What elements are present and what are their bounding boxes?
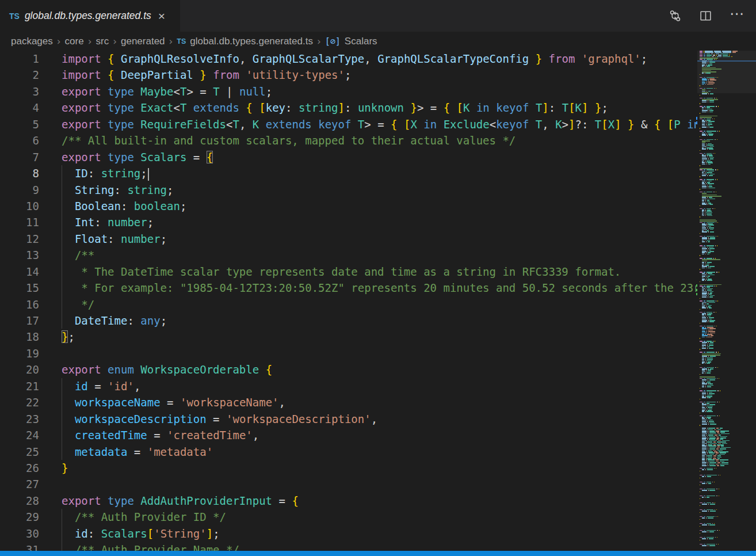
code-line[interactable]: 8 ID: string; [0,165,696,181]
line-number: 28 [0,493,39,509]
minimap-row [700,504,715,505]
status-bar [0,551,756,556]
breadcrumb-item-symbol-scalars[interactable]: Scalars [345,36,377,47]
indent-guide [62,198,62,214]
indent-guide [62,394,62,410]
code-line[interactable]: 23 workspaceDescription = 'workspaceDesc… [0,411,696,427]
line-number: 16 [0,296,39,313]
line-number: 10 [0,198,39,214]
minimap-row [700,74,700,75]
minimap-row [700,538,713,539]
minimap[interactable] [697,51,756,551]
minimap-row [700,112,713,113]
tab-global-db-types-generated[interactable]: TS global.db.types.generated.ts × [0,0,180,32]
code-line[interactable]: 25 metadata = 'metadata' [0,444,696,460]
minimap-row [700,397,711,398]
code-line[interactable]: 18}; [0,329,696,345]
indent-guide [62,264,62,280]
breadcrumb-item-packages[interactable]: packages [11,36,53,47]
code-line[interactable]: 1import { GraphQLResolveInfo, GraphQLSca… [0,51,696,67]
line-number: 26 [0,460,39,476]
indent-guide [62,444,62,460]
split-editor-icon[interactable] [699,9,712,22]
code-line[interactable]: 7export type Scalars = { [0,149,696,165]
minimap-row [700,526,700,527]
minimap-row [700,465,724,466]
code-line[interactable]: 13 /** [0,247,696,263]
code-line[interactable]: 4export type Exact<T extends { [key: str… [0,100,696,116]
code-line[interactable]: 11 Int: number; [0,214,696,230]
minimap-row [700,93,713,94]
code-line[interactable]: 29 /** Auth Provider ID */ [0,509,696,525]
code-line[interactable]: 2import { DeepPartial } from 'utility-ty… [0,67,696,83]
minimap-row [700,425,700,426]
line-number: 24 [0,427,39,443]
code-line[interactable]: 9 String: string; [0,182,696,198]
minimap-row [700,524,715,525]
minimap-row [700,231,714,233]
code-line[interactable]: 27 [0,476,696,492]
indent-guide [62,525,62,542]
line-number: 17 [0,313,39,329]
tab-close-icon[interactable]: × [158,10,165,22]
breadcrumb-item-core[interactable]: core [65,36,84,47]
minimap-row [700,471,700,472]
line-number: 8 [0,165,39,181]
line-number: 15 [0,280,39,296]
breadcrumb: packages › core › src › generated › TS g… [0,32,756,51]
code-line[interactable]: 26} [0,460,696,476]
breadcrumb-item-file[interactable]: global.db.types.generated.ts [190,36,313,47]
code-line[interactable]: 10 Boolean: boolean; [0,198,696,214]
breadcrumb-item-generated[interactable]: generated [121,36,165,47]
line-number: 4 [0,100,39,116]
code-line[interactable]: 3export type Maybe<T> = T | null; [0,83,696,100]
code-line[interactable]: 15 * For example: "1985-04-12T23:20:50.5… [0,280,696,296]
code-editor[interactable]: 1import { GraphQLResolveInfo, GraphQLSca… [0,51,696,551]
minimap-row [700,164,711,165]
line-number: 22 [0,394,39,410]
minimap-row [700,128,700,129]
line-number: 12 [0,231,39,247]
breadcrumb-separator: › [88,36,92,47]
code-line[interactable]: 5export type RequireFields<T, K extends … [0,116,696,132]
minimap-row [700,175,713,176]
code-line[interactable]: 30 id: Scalars['String']; [0,525,696,542]
line-number: 13 [0,247,39,263]
compare-changes-icon[interactable] [669,9,682,22]
minimap-row [700,349,700,350]
minimap-row [700,268,711,269]
minimap-row [700,498,700,500]
line-number: 29 [0,509,39,525]
minimap-row [700,165,700,166]
line-number: 20 [0,361,39,378]
minimap-row [700,148,713,150]
minimap-row [700,321,714,322]
minimap-row [700,309,700,310]
minimap-row [700,280,712,281]
line-number: 2 [0,67,39,83]
breadcrumb-separator: › [169,36,173,47]
code-line[interactable]: 31 /** Auth Provider Name */ [0,542,696,551]
minimap-row [700,505,700,507]
minimap-row [700,215,712,216]
minimap-row [700,243,700,244]
code-line[interactable]: 12 Float: number; [0,231,696,247]
code-line[interactable]: 17 DateTime: any; [0,313,696,329]
line-number: 18 [0,329,39,345]
more-actions-icon[interactable]: ⋯ [730,13,744,19]
indent-guide [62,411,62,427]
code-line[interactable]: 6/** All built-in and custom scalars, ma… [0,132,696,148]
code-line[interactable]: 16 */ [0,296,696,313]
code-line[interactable]: 28export type AddAuthProviderInput = { [0,493,696,509]
line-number: 30 [0,525,39,542]
minimap-row [700,298,700,299]
code-line[interactable]: 21 id = 'id', [0,378,696,394]
breadcrumb-item-src[interactable]: src [96,36,109,47]
code-line[interactable]: 20export enum WorkspaceOrderable { [0,361,696,378]
code-line[interactable]: 22 workspaceName = 'workspaceName', [0,394,696,410]
code-line[interactable]: 19 [0,345,696,361]
code-line[interactable]: 24 createdTime = 'createdTime', [0,427,696,443]
minimap-row [700,255,700,256]
minimap-row [700,269,700,270]
code-line[interactable]: 14 * The DateTime scalar type represents… [0,264,696,280]
